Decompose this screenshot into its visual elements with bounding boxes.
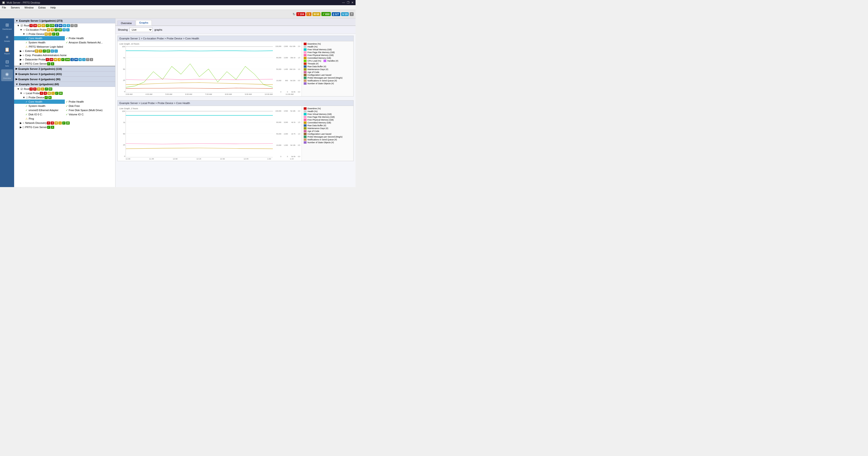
refresh-icon[interactable]: ↻ bbox=[292, 12, 296, 16]
localprobe5-item[interactable]: ▼ ○ Local Probe !! 6 W 1 ✓ 52 bbox=[14, 91, 115, 95]
graph2-header: Example Server > Local Probe > Probe Dev… bbox=[118, 101, 353, 106]
prtgcore5-item[interactable]: ▶ □ PRTG Core Server ✓ 1 bbox=[14, 125, 115, 129]
prtgcore5-label: PRTG Core Server bbox=[25, 126, 47, 129]
menu-window[interactable]: Window bbox=[24, 6, 35, 9]
corp1-item[interactable]: ▶ ○ Corp. Presales Administrators home bbox=[14, 53, 115, 57]
server2-label: Example Server 2 (prtgadmin) (116) bbox=[19, 67, 62, 70]
server5-header[interactable]: ▼ Example Server (prtgadmin) (60) bbox=[14, 82, 115, 87]
probehealth5r-item[interactable]: ✓ Probe Health bbox=[65, 99, 116, 104]
sidebar-item-sets[interactable]: ⊟ Sets bbox=[1, 57, 13, 69]
prtgweb1-item[interactable]: ⚠ PRTG Webserver Login failed bbox=[14, 45, 65, 49]
root5-w-count: 1 bbox=[41, 87, 44, 91]
dc1-w-count: 3 bbox=[58, 58, 61, 61]
menu-extras[interactable]: Extras bbox=[37, 6, 46, 9]
graph1-section: Example Server 1 > Co-location Probe > P… bbox=[117, 36, 354, 96]
toolbar-badge-unusual[interactable]: U19 bbox=[341, 12, 349, 16]
dc1-unk: ? bbox=[86, 58, 89, 61]
tab-overview[interactable]: Overview bbox=[117, 21, 135, 26]
volumeio5r-label: Volume IO C: bbox=[69, 113, 84, 116]
prtgcore1-item[interactable]: ▶ □ PRTG Core Server ✓ 1 bbox=[14, 62, 115, 66]
sidebar-item-dashboard[interactable]: ⊞ Dashboard bbox=[1, 20, 13, 32]
ext1-ok-count: 29 bbox=[46, 50, 50, 53]
prtgweb1-label: PRTG Webserver Login failed bbox=[29, 45, 63, 48]
nd5-w-count: 1 bbox=[58, 121, 62, 124]
graph2-chart: Live Graph, 2 hours 1007550250 bbox=[118, 106, 302, 161]
graphs-label: graphs bbox=[154, 28, 162, 31]
root1-badge-unknown-count: 1 bbox=[74, 24, 78, 27]
ext1-u-count: 1 bbox=[55, 50, 58, 53]
pd5-ok-count: 9 bbox=[48, 96, 52, 99]
toolbar-badge-error[interactable]: !!104 bbox=[297, 12, 305, 16]
dc1-u: U bbox=[79, 58, 82, 61]
dc1-err: !! bbox=[46, 58, 49, 61]
ext1-w: W bbox=[35, 50, 38, 53]
lp5-ok-count: 52 bbox=[59, 92, 63, 95]
external1-item[interactable]: ▶ ○ External W 7 ✓ 29 U 1 bbox=[14, 49, 115, 53]
lp5-err: !! bbox=[40, 92, 43, 95]
dc1-u-count: 1 bbox=[82, 58, 86, 61]
minimize-btn[interactable]: — bbox=[342, 1, 345, 4]
vmxnet5-item[interactable]: ✓ vmxnet3 Ethernet Adapter bbox=[14, 108, 65, 112]
server2-header[interactable]: ▶ Example Server 2 (prtgadmin) (116) bbox=[14, 66, 115, 72]
amazon1r-label: Amazon Elastic Network Ad... bbox=[69, 41, 103, 44]
server1-collapse-icon: ▼ bbox=[16, 19, 18, 22]
dc1-pause: || bbox=[70, 58, 74, 61]
systemhealth5-item[interactable]: ✓ System Health bbox=[14, 104, 65, 108]
maximize-btn[interactable]: ❐ bbox=[347, 1, 349, 4]
menu-servers[interactable]: Servers bbox=[10, 6, 21, 9]
toolbar-badge-ok[interactable]: ✓650 bbox=[321, 12, 331, 16]
probedev1-item[interactable]: ▼ □ Probe Device W 1 ✓ 4 bbox=[14, 32, 115, 36]
root5-err-count: 6 bbox=[33, 87, 36, 91]
toolbar-badge-warning1[interactable]: !1 bbox=[306, 12, 311, 16]
diskfree5r-item[interactable]: ✓ Disk Free bbox=[65, 104, 116, 108]
colocation-badge-ok: ✓ bbox=[55, 28, 58, 31]
ping5-item[interactable]: ⚠ Ping bbox=[14, 117, 65, 121]
root1-badge-err: !! bbox=[29, 24, 33, 27]
corehealth5-item[interactable]: ✓ Core Health bbox=[14, 99, 65, 104]
root5-w: W bbox=[37, 87, 40, 91]
systemhealth1-item[interactable]: ✓ System Health bbox=[14, 40, 65, 45]
graph1-yaxis-r2: 2,6002,0001,4006000 bbox=[282, 46, 288, 93]
probedev1-sensors: ✓ Core Health ✓ System Health ⚠ PRTG Web… bbox=[14, 36, 115, 49]
showing-label: Showing bbox=[118, 28, 128, 31]
root1-badge-warn: W bbox=[37, 24, 41, 27]
toolbar-badge-unknown[interactable]: ? bbox=[350, 12, 354, 16]
root1-item[interactable]: ▼ ☑ Root !! 16 W 10 ✓ 178 || 66 U 2 ? 1 bbox=[14, 23, 115, 28]
systemhealth1-label: System Health bbox=[29, 41, 45, 44]
menu-file[interactable]: File bbox=[1, 6, 7, 9]
root5-ok-count: 53 bbox=[49, 87, 52, 91]
colocation-item[interactable]: ▼ ○ Co-location Probe W 8 ✓ 33 U 1 bbox=[14, 28, 115, 32]
datacenter1-item[interactable]: ▶ ○ Datacenter Probe !! 16 W 3 ✓ 144 || … bbox=[14, 57, 115, 62]
diskio5-item[interactable]: ✓ Disk IO 0 C: bbox=[14, 112, 65, 117]
prtgcore1-ok-count: 1 bbox=[51, 62, 54, 65]
freediskspace5r-item[interactable]: ✓ Free Disk Space (Multi Drive) bbox=[65, 108, 116, 112]
overview-icon: ◉ bbox=[5, 72, 9, 77]
dc1-ok: ✓ bbox=[61, 58, 65, 61]
toolbar-badge-warning[interactable]: W68 bbox=[312, 12, 321, 16]
tab-graphs[interactable]: Graphs bbox=[136, 20, 152, 26]
root1-badge-pause-count: 66 bbox=[59, 24, 62, 27]
server4-header[interactable]: ▶ Example Server 4 (prtgadmin) (90) bbox=[14, 77, 115, 82]
server1-header[interactable]: ▼ Example Server 1 (prtgadmin) (273) bbox=[14, 19, 115, 23]
probehealth1r-item[interactable]: ✓ Probe Health bbox=[65, 36, 116, 40]
tab-bar: Overview Graphs bbox=[116, 19, 355, 26]
toolbar-badge-paused[interactable]: ||127 bbox=[332, 12, 340, 16]
ext1-w-count: 7 bbox=[39, 50, 42, 53]
netdiscovery5-item[interactable]: ▶ ○ Network Discovery !! 6 W 1 ✓ 43 bbox=[14, 121, 115, 125]
showing-select[interactable]: Live Last 24 hours Last 7 days bbox=[130, 27, 152, 32]
volumeio5r-item[interactable]: ✓ Volume IO C: bbox=[65, 112, 116, 117]
sidebar-item-report[interactable]: 📋 Report bbox=[1, 45, 13, 57]
sidebar-item-details[interactable]: ≡ Details bbox=[1, 33, 13, 44]
close-btn[interactable]: ✕ bbox=[351, 1, 354, 4]
external1-label: External bbox=[25, 50, 35, 52]
corehealth1-item[interactable]: ✓ Core Health bbox=[14, 36, 65, 40]
graph1-yaxis-r4: 2.01.51.00.50.0 bbox=[296, 46, 301, 93]
sidebar-item-overview[interactable]: ◉ Overview bbox=[1, 69, 13, 81]
menu-help[interactable]: Help bbox=[50, 6, 57, 9]
probedev5-label: Probe Device bbox=[29, 96, 44, 99]
server3-header[interactable]: ▶ Example Server 3 (prtgadmin) (431) bbox=[14, 72, 115, 77]
probedev5-item[interactable]: ▼ □ Probe Device ✓ 9 bbox=[14, 95, 115, 99]
graph1-xaxis: 3:00 AM4:00 AM5:00 AM6:00 AM7:00 AM8:00 … bbox=[119, 93, 301, 95]
root5-item[interactable]: ▼ ☑ Root !! 6 W 1 ✓ 53 bbox=[14, 87, 115, 91]
amazon1r-item[interactable]: ✓ Amazon Elastic Network Ad... bbox=[65, 40, 116, 45]
